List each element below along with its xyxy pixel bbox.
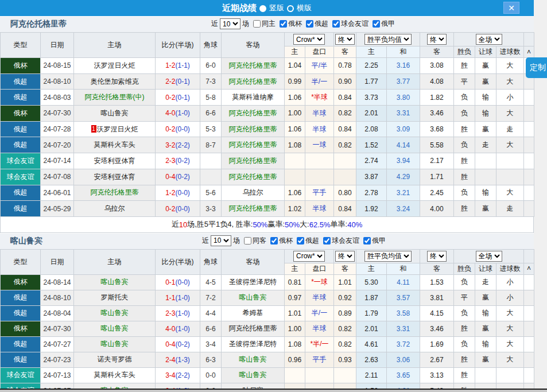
corners-cell: 5-3 [200,121,222,137]
league-checkbox-1[interactable] [306,20,313,28]
bookmaker-select[interactable]: Crow* [293,251,325,262]
score-cell: 1-1(1-0) [156,290,200,305]
league-checkbox-2-label[interactable]: 球会友谊 [341,19,368,29]
handicap-cell: 平手 [305,352,334,367]
scrollbar-up-arrow[interactable]: ˄ [524,46,534,58]
europe-odds-home-cell: 2.01 [356,321,387,336]
league-checkbox-0-label[interactable]: 俄杯 [279,236,293,246]
score-cell: 2-2(0-1) [156,73,200,90]
odds-time-select-1[interactable]: 终 [335,34,355,45]
league-checkbox-3-label[interactable]: 俄甲 [372,236,386,246]
match-row: 俄杯24-08-14喀山鲁宾0-1(0-0)4-5圣彼得堡泽尼特0.81*一球1… [1,274,534,290]
europe-odds-away-cell: 3.68 [420,121,454,137]
result-wdl-cell: 负 [454,90,475,106]
date-cell: 24-08-03 [41,90,74,106]
handicap-cell: 半球 [305,321,334,336]
filter-controls-akron: 近10场同主俄杯俄超球会友谊俄甲 [211,18,395,29]
result-goals-cell [496,169,524,185]
customize-button[interactable]: 定制 [526,57,547,78]
away-team-cell: 喀山鲁宾 [222,290,285,305]
date-cell: 24-07-27 [41,336,74,352]
date-cell: 24-08-10 [41,73,74,90]
col-header-home: 主场 [74,249,156,274]
horizontal-radio-label[interactable]: 横版 [297,3,312,13]
recent-count-select[interactable]: 10 [220,18,240,29]
result-goals-cell: 大 [496,305,524,321]
odds-time-select-1[interactable]: 终 [335,251,355,262]
score-cell: 4-0(1-0) [156,321,200,336]
same-venue-checkbox-label[interactable]: 同客 [253,236,266,246]
score-cell: 0-2(0-1) [156,90,200,106]
close-icon[interactable]: ✕ [503,2,519,14]
vertical-layout-radio[interactable] [259,4,266,12]
odds-time-select-2[interactable]: 终 [427,251,447,262]
europe-odds-home-cell: 2.08 [356,121,387,137]
handicap-cell: 半球 [305,201,334,217]
scrollbar-up-arrow[interactable]: ˄ [524,263,534,274]
score-cell: 0-2(0-0) [156,201,200,217]
league-checkbox-3[interactable] [373,20,380,28]
league-checkbox-3-label[interactable]: 俄甲 [381,19,395,29]
bookmaker-select[interactable]: Crow* [293,34,325,45]
score-cell: 1-2(1-1) [156,58,200,74]
odds-time-select-2[interactable]: 终 [427,34,447,45]
league-type-cell: 俄超 [1,137,41,153]
league-checkbox-3[interactable] [363,237,371,244]
result-wdl-cell: 平 [454,73,475,90]
league-checkbox-0[interactable] [280,20,287,28]
corners-cell: 6-0 [200,58,222,74]
league-checkbox-2[interactable] [323,237,331,244]
score-cell: 4-0(1-0) [156,106,200,122]
asia-odds-away-cell: 0.92 [334,290,356,305]
match-scope-select[interactable]: 全场 [476,34,502,45]
wdl-average-select[interactable]: 胜平负均值 [364,34,412,45]
corners-cell: 5-6 [200,185,222,201]
subcol-eu-away: 客 [420,46,454,58]
league-checkbox-0[interactable] [270,237,278,244]
result-handicap-cell: 赢 [475,352,496,367]
corners-cell: 3-4 [200,336,222,352]
home-team-cell: 莫斯科火车头 [74,367,156,383]
handicap-cell: 半/一 [305,305,334,321]
same-venue-checkbox-label[interactable]: 同主 [262,19,276,29]
vertical-radio-label[interactable]: 竖版 [269,3,284,13]
league-checkbox-0-label[interactable]: 俄杯 [288,19,302,29]
gutter-cell [524,201,534,217]
asia-odds-away-cell: 0.89 [334,305,356,321]
subcol-eu-away: 客 [420,263,454,274]
same-venue-checkbox[interactable] [253,20,261,28]
league-checkbox-2-label[interactable]: 球会友谊 [332,236,359,246]
result-handicap-cell [475,169,496,185]
result-goals-cell: 大 [496,352,524,367]
horizontal-layout-radio[interactable] [287,4,294,12]
asia-odds-home-cell: 1.06 [285,90,305,106]
gutter-cell [524,321,534,336]
subcol-asia-home: 主 [285,46,305,58]
match-row: 球会友谊24-07-08安塔利亚体育0-4(0-2)阿克伦托格里蒂3.874.2… [1,169,534,185]
match-scope-select[interactable]: 全场 [476,251,502,262]
league-checkbox-1[interactable] [297,237,304,244]
away-team-cell: 喀山鲁宾 [222,352,285,367]
match-row: 俄超24-07-23诺夫哥罗德2-4(1-3)6-3喀山鲁宾0.96平手0.93… [1,352,534,367]
summary-text: 场,胜5平1负4, 胜率: [187,219,253,230]
league-checkbox-2[interactable] [332,20,340,28]
recent-count-select[interactable]: 10 [211,235,231,246]
summary-text: 近 [172,219,179,230]
result-goals-cell: 大 [496,73,524,90]
europe-odds-away-cell: 3.46 [420,106,454,122]
subcol-eu-draw: 和 [387,263,420,274]
asia-odds-away-cell: 0.82 [334,321,356,336]
result-handicap-cell: 赢 [475,321,496,336]
same-venue-checkbox[interactable] [244,237,251,244]
europe-odds-away-cell: 4.08 [420,73,454,90]
away-team-cell: 乌拉尔 [222,185,285,201]
wdl-average-select[interactable]: 胜平负均值 [364,251,412,262]
col-header-away: 客场 [222,249,285,274]
result-handicap-cell: 走 [475,274,496,290]
league-checkbox-1-label[interactable]: 俄超 [315,19,328,29]
corners-cell: 8-7 [200,137,222,153]
asia-odds-home-cell: 0.99 [285,73,305,90]
games-label: 场 [242,19,249,29]
result-handicap-cell [475,367,496,383]
league-checkbox-1-label[interactable]: 俄超 [305,236,319,246]
